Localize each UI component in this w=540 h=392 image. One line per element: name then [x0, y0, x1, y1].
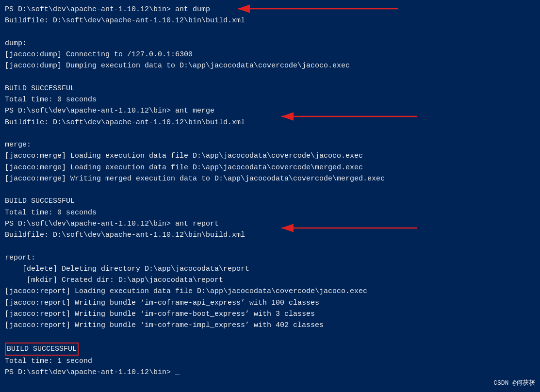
terminal-line — [5, 128, 535, 139]
terminal-line: Buildfile: D:\soft\dev\apache-ant-1.10.1… — [5, 15, 535, 26]
terminal-line: PS D:\soft\dev\apache-ant-1.10.12\bin> a… — [5, 218, 535, 229]
terminal-line — [5, 27, 535, 38]
terminal-line — [5, 72, 535, 83]
terminal-line: dump: — [5, 38, 535, 49]
watermark-label: CSDN @何茯茯 — [493, 378, 535, 387]
build-successful-highlight: BUILD SUCCESSFUL — [5, 343, 79, 356]
terminal-line: [jacoco:report] Loading execution data f… — [5, 286, 535, 297]
terminal-line: PS D:\soft\dev\apache-ant-1.10.12\bin> a… — [5, 105, 535, 116]
terminal-line: [jacoco:dump] Connecting to /127.0.0.1:6… — [5, 49, 535, 60]
terminal-line: [jacoco:merge] Loading execution data fi… — [5, 162, 535, 173]
terminal-line — [5, 241, 535, 252]
terminal-line: BUILD SUCCESSFUL — [5, 83, 535, 94]
terminal-line: [mkdir] Created dir: D:\app\jacocodata\r… — [5, 275, 535, 286]
terminal-line: [jacoco:merge] Writing merged execution … — [5, 173, 535, 184]
terminal-line: [jacoco:merge] Loading execution data fi… — [5, 150, 535, 162]
terminal-line: Buildfile: D:\soft\dev\apache-ant-1.10.1… — [5, 117, 535, 128]
terminal-line: [jacoco:report] Writing bundle ‘im-cofra… — [5, 320, 535, 331]
terminal-line: [jacoco:dump] Dumping execution data to … — [5, 60, 535, 71]
terminal-line: PS D:\soft\dev\apache-ant-1.10.12\bin> a… — [5, 4, 535, 15]
terminal-line: Total time: 0 seconds — [5, 94, 535, 105]
terminal-line: Total time: 0 seconds — [5, 207, 535, 218]
terminal-line: BUILD SUCCESSFUL — [5, 196, 535, 207]
terminal-window: PS D:\soft\dev\apache-ant-1.10.12\bin> a… — [0, 0, 540, 392]
terminal-line: Total time: 1 second — [5, 356, 535, 367]
terminal-line — [5, 184, 535, 196]
terminal-line — [5, 331, 535, 342]
terminal-line: [delete] Deleting directory D:\app\jacoc… — [5, 263, 535, 275]
terminal-line: merge: — [5, 139, 535, 150]
terminal-line: [jacoco:report] Writing bundle ‘im-cofra… — [5, 297, 535, 309]
terminal-line: BUILD SUCCESSFUL — [5, 343, 535, 356]
terminal-line: report: — [5, 252, 535, 263]
terminal-line: Buildfile: D:\soft\dev\apache-ant-1.10.1… — [5, 229, 535, 241]
terminal-line: PS D:\soft\dev\apache-ant-1.10.12\bin> _ — [5, 367, 535, 378]
terminal-output: PS D:\soft\dev\apache-ant-1.10.12\bin> a… — [5, 4, 535, 378]
terminal-line: [jacoco:report] Writing bundle ‘im-cofra… — [5, 309, 535, 320]
